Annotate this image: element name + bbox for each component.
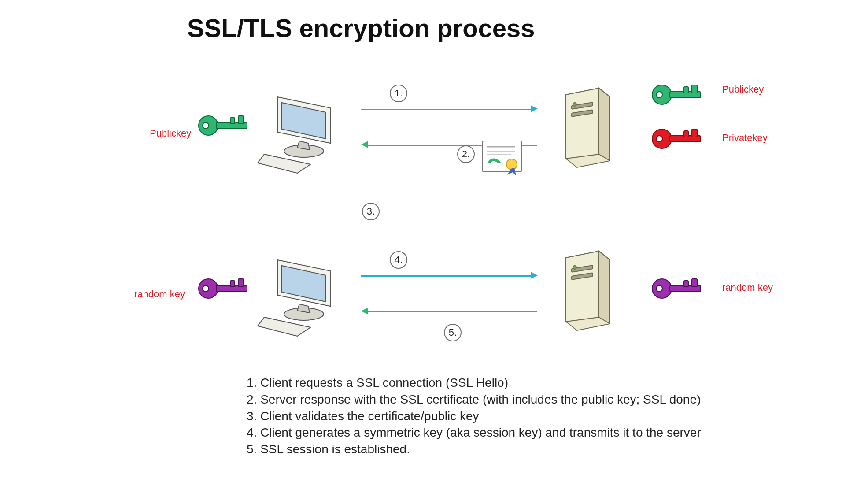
client-randomkey-label: random key [134, 289, 185, 300]
svg-point-10 [656, 92, 662, 98]
server-icon [557, 84, 619, 174]
svg-point-8 [573, 103, 576, 106]
client-computer-icon [253, 90, 341, 176]
server-publickey-label: Publickey [722, 84, 764, 95]
svg-rect-12 [692, 85, 697, 93]
green-key-icon [196, 108, 249, 143]
server-privatekey-label: Privatekey [722, 132, 768, 144]
server-icon [557, 247, 619, 337]
svg-rect-28 [230, 281, 235, 287]
step-3-circle: 3. [362, 203, 380, 220]
svg-rect-13 [684, 87, 688, 93]
svg-point-1 [203, 122, 209, 129]
svg-point-34 [656, 285, 662, 292]
svg-rect-18 [684, 131, 688, 137]
client-computer-icon [253, 253, 341, 339]
legend-item: 4. Client generates a symmetric key (aka… [247, 424, 701, 441]
certificate-icon [480, 139, 526, 178]
legend-list: 1. Client requests a SSL connection (SSL… [247, 374, 701, 458]
svg-rect-17 [692, 129, 697, 137]
legend-item: 2. Server response with the SSL certific… [247, 391, 701, 408]
purple-key-icon [650, 271, 702, 306]
diagram-page: SSL/TLS encryption process Publickey [0, 0, 868, 478]
step-2-circle: 2. [457, 145, 475, 163]
svg-rect-27 [238, 279, 244, 287]
purple-key-icon [196, 271, 249, 306]
page-title: SSL/TLS encryption process [187, 13, 535, 43]
svg-rect-3 [238, 116, 244, 124]
step-4-circle: 4. [390, 251, 407, 269]
svg-point-15 [656, 136, 662, 142]
legend-item: 5. SSL session is established. [247, 441, 701, 458]
legend-item: 3. Client validates the certificate/publ… [247, 408, 701, 425]
svg-point-25 [203, 285, 209, 292]
svg-point-32 [573, 266, 576, 269]
svg-rect-37 [684, 281, 688, 287]
step-1-circle: 1. [390, 85, 407, 102]
server-randomkey-label: random key [722, 282, 773, 293]
svg-rect-4 [230, 118, 235, 124]
svg-point-23 [506, 159, 517, 170]
step-5-circle: 5. [444, 324, 462, 341]
red-key-icon [650, 121, 702, 156]
svg-rect-36 [692, 279, 697, 287]
client-publickey-label: Publickey [150, 128, 191, 139]
legend-item: 1. Client requests a SSL connection (SSL… [247, 374, 701, 391]
green-key-icon [650, 77, 702, 112]
